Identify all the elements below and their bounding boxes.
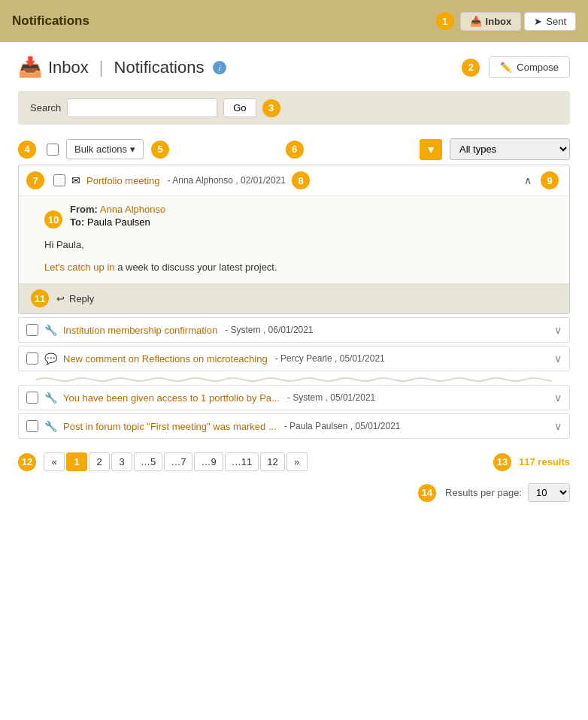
notif-to: To: Paula Paulsen [70, 216, 165, 228]
wave-divider [36, 374, 552, 385]
results-count: 117 results [519, 456, 570, 467]
info-icon[interactable]: i [213, 61, 226, 74]
inbox-tab-icon: 📥 [470, 16, 482, 27]
results-per-page-area: 14 Results per page: 10 25 50 100 [0, 479, 588, 513]
list-item: 🔧 Post in forum topic "First meeting" wa… [18, 413, 570, 439]
badge-7: 7 [26, 171, 44, 189]
search-input[interactable] [67, 98, 217, 117]
badge-4: 4 [18, 141, 36, 159]
message-line2: Let's catch up in a week to discuss your… [44, 259, 551, 276]
bulk-actions-label: Bulk actions [74, 144, 127, 155]
expanded-notif-title[interactable]: Portfolio meeting [86, 175, 160, 186]
sent-tab[interactable]: ➤ Sent [524, 12, 576, 31]
expanded-notif-header[interactable]: 7 ✉ Portfolio meeting - Anna Alphonso , … [19, 165, 569, 195]
notif-cb-0[interactable] [26, 324, 38, 336]
badge-1: 1 [436, 12, 454, 30]
bulk-actions-chevron: ▾ [130, 144, 135, 155]
notif-meta-2: - System , 05/01/2021 [287, 392, 375, 403]
list-item: 🔧 You have been given access to 1 portfo… [18, 385, 570, 410]
page-title-area: 📥 Inbox | Notifications i 2 ✏️ Compose [0, 42, 588, 86]
select-all-checkbox[interactable] [47, 144, 59, 156]
compose-icon: ✏️ [500, 62, 512, 73]
badge-2: 2 [462, 59, 480, 77]
type-select[interactable]: All types [450, 138, 570, 160]
notif-header-2[interactable]: 🔧 You have been given access to 1 portfo… [19, 386, 569, 410]
rpp-label: Results per page: [445, 487, 522, 498]
page-prev[interactable]: « [44, 452, 65, 471]
notif-title-1[interactable]: New comment on Reflections on microteach… [63, 353, 268, 365]
page-next[interactable]: » [286, 452, 308, 471]
to-value: Paula Paulsen [87, 216, 150, 228]
notif-title-3[interactable]: Post in forum topic "First meeting" was … [63, 421, 277, 432]
rpp-select[interactable]: 10 25 50 100 [528, 483, 570, 502]
page-11[interactable]: …11 [225, 452, 259, 471]
from-value: Anna Alphonso [100, 204, 165, 215]
notif-chevron-0[interactable]: ∨ [554, 324, 562, 336]
notif-cb-3[interactable] [26, 420, 38, 432]
expanded-notif-checkbox[interactable] [53, 174, 65, 186]
go-button[interactable]: Go [223, 98, 256, 117]
page-1[interactable]: 1 [66, 452, 87, 471]
notif-title-0[interactable]: Institution membership confirmation [63, 325, 217, 336]
notif-title-2[interactable]: You have been given access to 1 portfoli… [63, 392, 280, 404]
filter-icon: ▼ [426, 144, 436, 156]
badge-11: 11 [31, 289, 49, 307]
notif-chevron-2[interactable]: ∨ [554, 392, 562, 404]
notif-meta-1: - Percy Pearle , 05/01/2021 [275, 353, 385, 364]
notif-header-3[interactable]: 🔧 Post in forum topic "First meeting" wa… [19, 414, 569, 438]
search-label: Search [30, 102, 61, 113]
badge-13: 13 [493, 453, 511, 471]
notif-cb-2[interactable] [26, 392, 38, 404]
badge-10: 10 [44, 210, 62, 228]
page-12[interactable]: 12 [260, 452, 284, 471]
reply-icon: ↩ [56, 293, 65, 304]
notif-cb-1[interactable] [26, 352, 38, 365]
from-label: From: [70, 204, 98, 215]
inbox-label: Inbox [48, 58, 89, 77]
expanded-notif-chevron[interactable]: ∧ [524, 174, 532, 186]
search-area: Search Go 3 [18, 91, 570, 125]
notif-header-1[interactable]: 💬 New comment on Reflections on microtea… [19, 346, 569, 371]
page-9[interactable]: …9 [194, 452, 223, 471]
compose-button[interactable]: ✏️ Compose [489, 56, 570, 78]
pagination: « 1 2 3 …5 …7 …9 …11 12 » [44, 452, 308, 471]
notif-header-0[interactable]: 🔧 Institution membership confirmation - … [19, 318, 569, 342]
badge-14: 14 [418, 484, 436, 502]
page-3[interactable]: 3 [111, 452, 132, 471]
filter-button[interactable]: ▼ [420, 139, 442, 160]
reply-bar[interactable]: 11 ↩ Reply [19, 283, 569, 313]
bulk-actions-button[interactable]: Bulk actions ▾ [66, 139, 144, 159]
inbox-tab-label: Inbox [486, 16, 512, 27]
header-nav: 1 📥 Inbox ➤ Sent [436, 12, 576, 31]
notif-from: From: Anna Alphonso [70, 204, 165, 215]
compose-label: Compose [517, 62, 559, 73]
notif-chevron-1[interactable]: ∨ [554, 352, 562, 365]
badge-12: 12 [18, 453, 36, 471]
badge-9: 9 [541, 171, 559, 189]
sent-tab-label: Sent [546, 16, 566, 27]
expanded-notification: 7 ✉ Portfolio meeting - Anna Alphonso , … [18, 165, 570, 314]
reply-label: Reply [69, 293, 94, 304]
wrench-icon-0: 🔧 [44, 324, 57, 336]
notif-chevron-3[interactable]: ∨ [554, 420, 562, 432]
inbox-tab[interactable]: 📥 Inbox [460, 12, 522, 31]
to-label: To: [70, 216, 84, 228]
header-title: Notifications [12, 14, 89, 29]
badge-8: 8 [292, 171, 310, 189]
page-title: 📥 Inbox | Notifications i [18, 56, 226, 79]
chat-icon-1: 💬 [44, 352, 57, 365]
list-item: 💬 New comment on Reflections on microtea… [18, 346, 570, 371]
wrench-icon-3: 🔧 [44, 420, 57, 432]
notifications-list: 7 ✉ Portfolio meeting - Anna Alphonso , … [18, 165, 570, 439]
badge-6: 6 [286, 141, 304, 159]
toolbar: 4 Bulk actions ▾ 5 6 ▼ All types [0, 134, 588, 165]
expanded-notif-body: 10 From: Anna Alphonso To: Paula Paulsen… [19, 195, 569, 313]
message-highlight: Let's catch up in [44, 262, 115, 273]
top-header: Notifications 1 📥 Inbox ➤ Sent [0, 0, 588, 42]
list-item: 🔧 Institution membership confirmation - … [18, 317, 570, 343]
sent-tab-icon: ➤ [534, 16, 542, 27]
notifications-label: Notifications [114, 58, 205, 77]
page-7[interactable]: …7 [164, 452, 192, 471]
page-2[interactable]: 2 [89, 452, 110, 471]
page-5[interactable]: …5 [134, 452, 162, 471]
